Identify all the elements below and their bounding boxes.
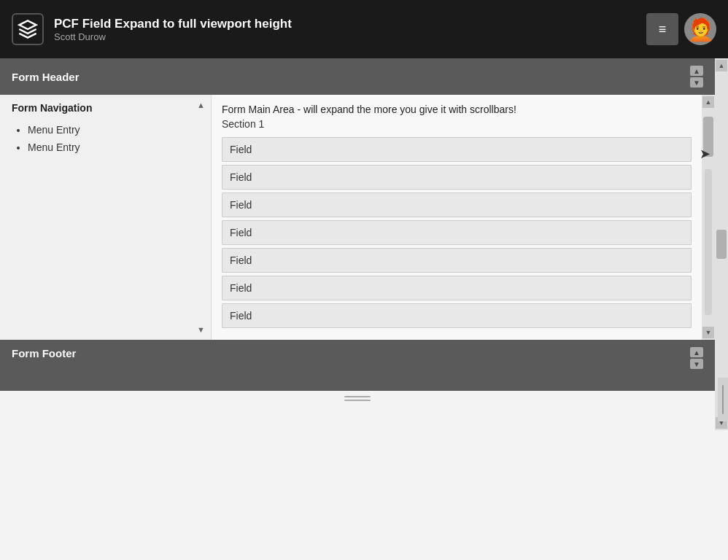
nav-menu-item-2-label: Menu Entry <box>28 141 80 153</box>
side-resize-grip[interactable] <box>718 378 728 421</box>
main-scrollbar-thumb <box>703 117 713 157</box>
field-6-label: Field <box>230 282 252 294</box>
top-navigation-bar: PCF Field Expand to full viewport height… <box>0 0 728 58</box>
nav-menu-list: Menu Entry Menu Entry <box>12 124 199 159</box>
outer-scroll-up[interactable]: ▲ <box>716 60 727 71</box>
footer-scroll-down[interactable]: ▼ <box>690 359 703 369</box>
field-3-label: Field <box>230 199 252 211</box>
outer-scrollbar-thumb <box>716 230 727 259</box>
form-header-label: Form Header <box>12 71 80 83</box>
field-row-6[interactable]: Field <box>222 276 692 300</box>
nav-menu-item-1[interactable]: Menu Entry <box>28 124 199 136</box>
field-row-3[interactable]: Field <box>222 192 692 217</box>
field-row-7[interactable]: Field <box>222 303 692 328</box>
resize-line-2 <box>344 400 371 401</box>
nav-menu-item-2[interactable]: Menu Entry <box>28 141 199 153</box>
menu-toggle-button[interactable]: ≡ <box>646 13 678 45</box>
app-subtitle: Scott Durow <box>54 31 636 42</box>
app-logo <box>12 13 44 45</box>
field-5-label: Field <box>230 254 252 266</box>
nav-scroll-up-arrow[interactable]: ▲ <box>197 101 205 109</box>
main-scroll-down[interactable]: ▼ <box>702 327 714 338</box>
form-header: Form Header ▲ ▼ <box>0 58 715 95</box>
form-navigation-panel: ▲ Form Navigation Menu Entry Menu Entry … <box>0 95 212 340</box>
resize-line-1 <box>344 396 371 397</box>
form-main-title: Form Main Area - will expand the more yo… <box>222 104 692 115</box>
field-row-4[interactable]: Field <box>222 220 692 245</box>
field-4-label: Field <box>230 227 252 238</box>
main-content: Form Header ▲ ▼ ▲ Form Navigation Menu E… <box>0 58 715 405</box>
header-scroll-up[interactable]: ▲ <box>690 66 703 76</box>
form-footer: Form Footer ▲ ▼ <box>0 340 715 391</box>
main-scroll-up[interactable]: ▲ <box>702 96 714 108</box>
nav-scroll-down-arrow[interactable]: ▼ <box>197 325 205 334</box>
header-scroll-down[interactable]: ▼ <box>690 77 703 88</box>
nav-menu-item-1-label: Menu Entry <box>28 124 80 136</box>
form-body: ▲ Form Navigation Menu Entry Menu Entry … <box>0 95 715 340</box>
field-7-label: Field <box>230 310 252 322</box>
footer-scroll-up[interactable]: ▲ <box>690 347 703 357</box>
side-resize-grip-bar <box>722 385 724 414</box>
form-footer-label: Form Footer <box>12 347 76 359</box>
outer-scrollbar[interactable]: ▲ ▼ <box>715 58 728 430</box>
resize-lines <box>344 396 371 401</box>
field-2-label: Field <box>230 171 252 183</box>
header-scrollbar: ▲ ▼ <box>690 66 703 88</box>
field-row-2[interactable]: Field <box>222 165 692 190</box>
main-scrollbar-track-inner <box>705 169 712 315</box>
field-row-5[interactable]: Field <box>222 248 692 273</box>
title-group: PCF Field Expand to full viewport height… <box>54 17 636 42</box>
footer-scrollbar: ▲ ▼ <box>690 347 703 369</box>
hamburger-icon: ≡ <box>659 22 667 37</box>
field-row-1[interactable]: Field <box>222 137 692 162</box>
form-main-area: Form Main Area - will expand the more yo… <box>212 95 702 340</box>
avatar-image: 🧑‍🦰 <box>687 17 714 42</box>
main-scrollbar[interactable]: ▲ ▼ <box>702 95 715 340</box>
app-title: PCF Field Expand to full viewport height <box>54 17 636 31</box>
field-1-label: Field <box>230 144 252 155</box>
form-nav-title: Form Navigation <box>12 102 199 114</box>
avatar[interactable]: 🧑‍🦰 <box>684 13 716 45</box>
form-main-inner: Form Main Area - will expand the more yo… <box>212 95 702 340</box>
top-bar-actions: ≡ 🧑‍🦰 <box>646 13 716 45</box>
cube-icon <box>18 19 38 39</box>
section-title: Section 1 <box>222 118 692 130</box>
resize-handle[interactable] <box>0 391 715 405</box>
